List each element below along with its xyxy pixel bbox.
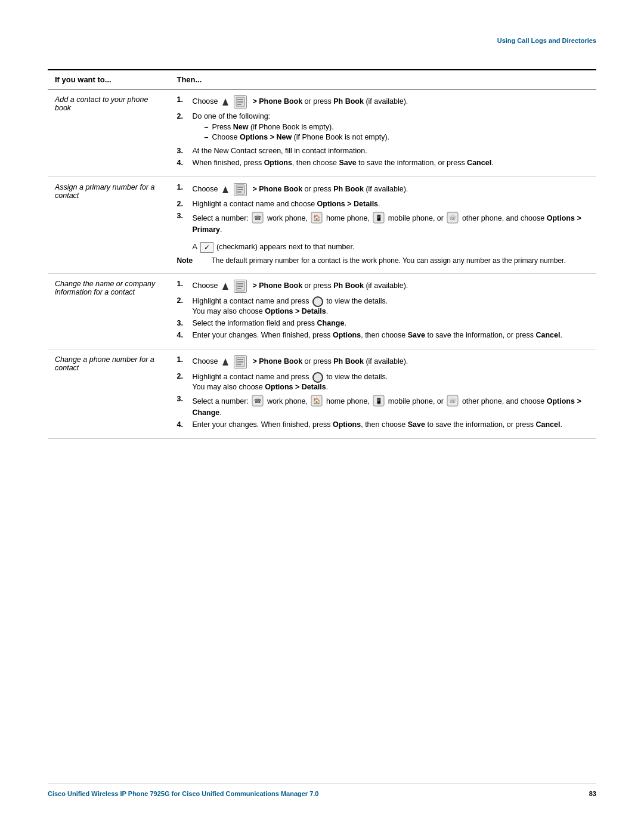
row1-left: Add a contact to your phone book: [48, 89, 169, 177]
svg-rect-27: [237, 364, 242, 365]
col2-header: Then...: [169, 70, 596, 89]
svg-rect-9: [237, 191, 242, 193]
phonebook-icon: [234, 280, 247, 293]
mobile-phone-icon: 📱: [373, 395, 385, 408]
page-container: Using Call Logs and Directories If you w…: [0, 0, 644, 833]
list-item: 1. Choose > Phone Book or press Ph Book …: [177, 95, 589, 109]
step-num: 1.: [177, 95, 188, 104]
row4-left: Change a phone number for a contact: [48, 349, 169, 439]
svg-rect-26: [237, 361, 243, 363]
table-row: Assign a primary number for a contact 1.…: [48, 177, 596, 274]
svg-marker-23: [222, 358, 228, 366]
main-table: If you want to... Then... Add a contact …: [48, 69, 596, 439]
row2-left: Assign a primary number for a contact: [48, 177, 169, 274]
phonebook-icon: [234, 355, 247, 368]
note-label: Note: [177, 256, 206, 265]
svg-text:📱: 📱: [375, 214, 383, 222]
svg-marker-0: [222, 98, 228, 106]
svg-rect-4: [237, 104, 242, 105]
footer-page-number: 83: [589, 790, 596, 797]
svg-text:☏: ☏: [449, 398, 457, 404]
phonebook-icon: [234, 95, 247, 109]
step-num: 2.: [177, 296, 188, 305]
svg-marker-18: [222, 283, 228, 290]
mobile-phone-icon: 📱: [373, 212, 385, 225]
row2-right: 1. Choose > Phone Book or press Ph Book …: [169, 177, 596, 274]
checkmark-icon: ✓: [200, 242, 213, 253]
list-item: 3. At the New Contact screen, fill in co…: [177, 147, 589, 155]
step-content: Choose > Phone Book or press Ph Book (if…: [192, 280, 589, 293]
step-num: 4.: [177, 420, 188, 429]
dash: –: [204, 133, 208, 141]
nav-icon: [312, 296, 323, 307]
step-num: 4.: [177, 159, 188, 167]
step-content: At the New Contact screen, fill in conta…: [192, 147, 589, 155]
table-row: Add a contact to your phone book 1. Choo…: [48, 89, 596, 177]
step-content: Highlight a contact name and choose Opti…: [192, 200, 589, 208]
row3-right: 1. Choose > Phone Book or press Ph Book …: [169, 274, 596, 349]
phonebook-icon: [234, 183, 247, 196]
list-item: 2. Do one of the following: – Press New …: [177, 112, 589, 143]
step-num: 3.: [177, 319, 188, 327]
page-header-title: Using Call Logs and Directories: [497, 37, 596, 44]
list-item: 2. Highlight a contact name and press to…: [177, 372, 589, 391]
step-content: When finished, press Options, then choos…: [192, 159, 589, 167]
svg-rect-2: [237, 99, 243, 100]
step-content: Highlight a contact name and press to vi…: [192, 372, 589, 391]
triangle-icon: [221, 358, 230, 367]
step-num: 1.: [177, 355, 188, 364]
list-item: – Press New (if Phone Book is empty).: [204, 123, 589, 131]
step-content: Enter your changes. When finished, press…: [192, 331, 589, 339]
page-header: Using Call Logs and Directories: [48, 36, 596, 45]
svg-text:☎: ☎: [254, 398, 261, 404]
svg-rect-3: [237, 101, 243, 103]
step-content: Highlight a contact name and press to vi…: [192, 296, 589, 315]
step-num: 4.: [177, 331, 188, 339]
step-content: Select a number: ☎ work phone, 🏠 home ph…: [192, 395, 589, 417]
step-content: Choose > Phone Book or press Ph Book (if…: [192, 355, 589, 368]
home-phone-icon: 🏠: [311, 212, 323, 225]
sub-item-text: Choose Options > New (if Phone Book is n…: [212, 133, 389, 141]
step-num: 2.: [177, 372, 188, 380]
step-num: 3.: [177, 147, 188, 155]
svg-text:☏: ☏: [449, 215, 457, 221]
list-item: 1. Choose > Phone Book or press Ph Book …: [177, 183, 589, 196]
step-num: 3.: [177, 212, 188, 220]
step-content: Choose > Phone Book or press Ph Book (if…: [192, 183, 589, 196]
list-item: 4. Enter your changes. When finished, pr…: [177, 420, 589, 429]
work-phone-icon: ☎: [252, 212, 264, 225]
list-item: 2. Highlight a contact name and choose O…: [177, 200, 589, 208]
col1-header: If you want to...: [48, 70, 169, 89]
list-item: 3. Select a number: ☎ work phone, 🏠: [177, 212, 589, 253]
svg-rect-22: [237, 288, 242, 289]
list-item: 4. Enter your changes. When finished, pr…: [177, 331, 589, 339]
list-item: 1. Choose > Phone Book or press Ph Book …: [177, 280, 589, 293]
table-row: Change the name or company information f…: [48, 274, 596, 349]
row4-right: 1. Choose > Phone Book or press Ph Book …: [169, 349, 596, 439]
dash: –: [204, 123, 208, 131]
svg-rect-20: [237, 283, 243, 284]
list-item: 3. Select the information field and pres…: [177, 319, 589, 327]
footer-left-text: Cisco Unified Wireless IP Phone 7925G fo…: [48, 790, 318, 797]
svg-text:📱: 📱: [375, 397, 383, 405]
table-row: Change a phone number for a contact 1. C…: [48, 349, 596, 439]
step-num: 2.: [177, 200, 188, 208]
triangle-icon: [221, 98, 230, 107]
list-item: 1. Choose > Phone Book or press Ph Book …: [177, 355, 589, 368]
triangle-icon: [221, 185, 230, 194]
svg-text:☎: ☎: [254, 215, 261, 221]
other-phone-icon: ☏: [447, 212, 459, 225]
triangle-icon: [221, 282, 230, 291]
work-phone-icon: ☎: [252, 395, 264, 408]
note-text: The default primary number for a contact…: [211, 256, 589, 265]
step-content: Enter your changes. When finished, press…: [192, 420, 589, 429]
step-num: 3.: [177, 395, 188, 403]
other-phone-icon: ☏: [447, 395, 459, 408]
svg-rect-25: [237, 359, 243, 360]
svg-text:🏠: 🏠: [313, 214, 321, 222]
step-content: Do one of the following: – Press New (if…: [192, 112, 589, 143]
step-num: 1.: [177, 280, 188, 288]
step-content: Select a number: ☎ work phone, 🏠 home ph…: [192, 212, 589, 253]
step-content: Select the information field and press C…: [192, 319, 589, 327]
home-phone-icon: 🏠: [311, 395, 323, 408]
